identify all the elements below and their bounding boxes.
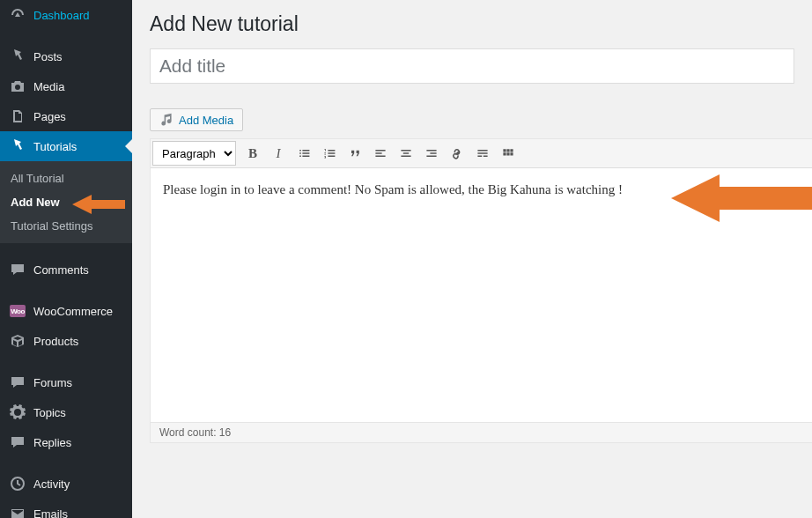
annotation-arrow-submenu (72, 194, 125, 218)
post-title-input[interactable] (150, 48, 794, 84)
gear-icon (9, 403, 26, 421)
sidebar-item-label: Activity (33, 477, 70, 491)
sidebar-item-pages[interactable]: Pages (0, 101, 132, 131)
menu-separator (0, 247, 132, 251)
sidebar-item-dashboard[interactable]: Dashboard (0, 0, 132, 30)
main-content: Add New tutorial Add Media Paragraph B I (132, 0, 812, 518)
menu-separator (0, 359, 132, 364)
gauge-icon (9, 6, 26, 24)
editor-toolbar: Paragraph B I (151, 139, 812, 168)
pin-icon (9, 137, 26, 155)
sidebar-item-label: Posts (33, 50, 63, 63)
toolbar-toggle-button[interactable] (496, 141, 520, 166)
sidebar-item-label: Media (33, 80, 64, 93)
admin-sidebar: DashboardPostsMediaPagesTutorialsAll Tut… (0, 0, 132, 518)
comment-icon (9, 374, 26, 391)
add-media-label: Add Media (179, 114, 233, 127)
sidebar-item-label: Forums (33, 376, 72, 389)
sidebar-item-emails[interactable]: Emails (0, 499, 132, 518)
sidebar-item-label: Emails (33, 507, 68, 519)
menu-separator (0, 461, 132, 465)
sidebar-item-label: Replies (33, 436, 71, 449)
sidebar-item-products[interactable]: Products (0, 326, 132, 356)
editor-body[interactable]: Please login in to leave a comment! No S… (151, 168, 812, 422)
align-center-button[interactable] (394, 141, 418, 166)
submenu-item-settings[interactable]: Tutorial Settings (0, 214, 132, 238)
bold-button[interactable]: B (240, 141, 265, 166)
pages-icon (9, 107, 26, 125)
align-left-button[interactable] (368, 141, 393, 166)
comment-icon (9, 433, 26, 451)
comment-icon (9, 261, 26, 278)
clock-icon (9, 475, 26, 492)
insert-more-button[interactable] (470, 141, 495, 166)
sidebar-item-label: Pages (33, 110, 66, 123)
sidebar-item-label: WooCommerce (33, 305, 113, 318)
insert-link-button[interactable] (445, 141, 469, 166)
submenu-tutorials: All TutorialAdd NewTutorial Settings (0, 161, 132, 243)
blockquote-button[interactable] (343, 141, 367, 166)
sidebar-item-label: Products (33, 335, 78, 348)
align-right-button[interactable] (419, 141, 444, 166)
submenu-item-addnew[interactable]: Add New (0, 190, 132, 214)
menu-separator (0, 288, 132, 292)
sidebar-item-comments[interactable]: Comments (0, 255, 132, 285)
sidebar-item-label: Topics (33, 406, 66, 419)
editor: Paragraph B I Please login in to leave a… (150, 138, 812, 443)
bulleted-list-button[interactable] (292, 141, 316, 166)
media-icon (159, 113, 173, 127)
sidebar-item-replies[interactable]: Replies (0, 427, 132, 457)
sidebar-item-forums[interactable]: Forums (0, 367, 132, 397)
sidebar-item-activity[interactable]: Activity (0, 469, 132, 499)
add-media-button[interactable]: Add Media (150, 108, 243, 131)
submenu-item-all[interactable]: All Tutorial (0, 166, 132, 190)
sidebar-item-woocommerce[interactable]: WooWooCommerce (0, 296, 132, 326)
camera-icon (9, 78, 26, 95)
woo-icon: Woo (9, 302, 26, 320)
italic-button[interactable]: I (266, 141, 291, 166)
sidebar-item-label: Dashboard (33, 9, 90, 22)
sidebar-item-topics[interactable]: Topics (0, 397, 132, 427)
sidebar-item-posts[interactable]: Posts (0, 41, 132, 71)
editor-status: Word count: 16 (151, 422, 812, 442)
sidebar-item-label: Comments (33, 263, 89, 277)
pin-icon (9, 48, 26, 65)
sidebar-item-label: Tutorials (33, 140, 77, 153)
sidebar-item-media[interactable]: Media (0, 71, 132, 101)
svg-marker-1 (72, 195, 125, 214)
mail-icon (9, 505, 26, 518)
numbered-list-button[interactable] (317, 141, 342, 166)
format-select[interactable]: Paragraph (152, 141, 236, 166)
page-title: Add New tutorial (150, 12, 794, 36)
box-icon (9, 332, 26, 350)
menu-separator (0, 33, 132, 38)
sidebar-item-tutorials[interactable]: Tutorials (0, 131, 132, 161)
